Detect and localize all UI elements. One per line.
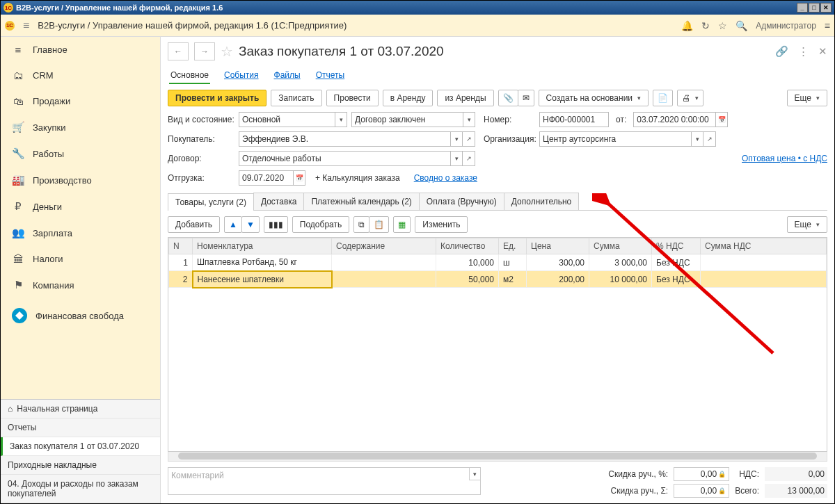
sidebar-item-salary[interactable]: 👥Зарплата bbox=[1, 220, 160, 246]
minimize-button[interactable]: _ bbox=[797, 3, 808, 13]
add-row-button[interactable]: Добавить bbox=[168, 216, 220, 233]
open-window-invoices[interactable]: Приходные накладные bbox=[1, 456, 160, 475]
print-button[interactable]: 🖨 bbox=[677, 90, 703, 106]
disc-sum-input[interactable]: 0,00🔒 bbox=[674, 484, 729, 498]
kind-dropdown-button[interactable]: ▾ bbox=[335, 112, 347, 127]
sidebar-item-purchases[interactable]: 🛒Закупки bbox=[1, 114, 160, 140]
grid-tab-delivery[interactable]: Доставка bbox=[253, 193, 305, 210]
col-vatsum[interactable]: Сумма НДС bbox=[701, 238, 827, 254]
grid-tab-additional[interactable]: Дополнительно bbox=[504, 193, 579, 210]
nav-back-button[interactable]: ← bbox=[168, 42, 189, 60]
post-and-close-button[interactable]: Провести и закрыть bbox=[168, 90, 267, 106]
sidebar-item-finfreedom[interactable]: Финансовая свобода bbox=[1, 301, 160, 330]
sidebar-item-main[interactable]: ≡Главное bbox=[1, 37, 160, 63]
contract-dropdown-button[interactable]: ▾ bbox=[450, 151, 463, 166]
sidebar-item-sales[interactable]: 🛍Продажи bbox=[1, 88, 160, 114]
col-sum[interactable]: Сумма bbox=[589, 238, 652, 254]
disc-pct-input[interactable]: 0,00🔒 bbox=[674, 467, 729, 481]
history-icon[interactable]: ↻ bbox=[701, 20, 710, 31]
barcode-button[interactable]: ▮▮▮ bbox=[264, 216, 288, 233]
ship-date-input[interactable]: 09.07.2020 bbox=[239, 170, 293, 186]
col-content[interactable]: Содержание bbox=[332, 238, 436, 254]
grid-tab-payment-cal[interactable]: Платежный календарь (2) bbox=[303, 193, 419, 210]
move-up-button[interactable]: ▲ bbox=[224, 216, 242, 233]
close-window-button[interactable]: ✕ bbox=[820, 3, 832, 13]
open-window-reports[interactable]: Отчеты bbox=[1, 418, 160, 437]
user-label[interactable]: Администратор bbox=[756, 21, 816, 31]
sidebar-item-works[interactable]: 🔧Работы bbox=[1, 140, 160, 167]
copy-button[interactable]: ⧉ bbox=[353, 216, 369, 233]
kind-input[interactable]: Основной bbox=[239, 112, 335, 127]
number-input[interactable]: НФ00-000001 bbox=[539, 112, 609, 127]
subtab-main[interactable]: Основное bbox=[169, 67, 210, 84]
comment-input[interactable]: Комментарий ▾ bbox=[168, 467, 481, 495]
more-button[interactable]: Еще bbox=[787, 90, 827, 106]
date-calendar-button[interactable]: 📅 bbox=[715, 112, 728, 127]
open-window-home[interactable]: ⌂Начальная страница bbox=[1, 400, 160, 418]
sidebar-item-money[interactable]: ₽Деньги bbox=[1, 193, 160, 220]
move-down-button[interactable]: ▼ bbox=[241, 216, 260, 233]
search-icon[interactable]: 🔍 bbox=[735, 20, 747, 31]
sidebar-item-company[interactable]: ⚑Компания bbox=[1, 272, 160, 298]
more-icon[interactable]: ⋮ bbox=[798, 45, 809, 58]
grid-settings-button[interactable]: ▦ bbox=[393, 216, 411, 233]
table-row[interactable]: 2 Нанесение шпатлевки 50,000 м2 200,00 1… bbox=[169, 271, 827, 288]
paste-button[interactable]: 📋 bbox=[369, 216, 389, 233]
grid-tab-items[interactable]: Товары, услуги (2) bbox=[168, 193, 254, 211]
buyer-dropdown-button[interactable]: ▾ bbox=[450, 131, 463, 147]
col-vat[interactable]: % НДС bbox=[652, 238, 701, 254]
attach-button[interactable]: 📎 bbox=[498, 90, 518, 106]
save-button[interactable]: Записать bbox=[271, 90, 321, 106]
contract-open-button[interactable]: ↗ bbox=[463, 151, 475, 166]
link-icon[interactable]: 🔗 bbox=[775, 45, 788, 58]
items-grid[interactable]: N Номенклатура Содержание Количество Ед.… bbox=[168, 237, 827, 452]
col-item[interactable]: Номенклатура bbox=[193, 238, 332, 254]
report-button[interactable]: 📄 bbox=[653, 90, 673, 106]
to-rent-button[interactable]: в Аренду bbox=[383, 90, 434, 106]
grid-tab-payment-manual[interactable]: Оплата (Вручную) bbox=[419, 193, 504, 210]
contract-input[interactable]: Отделочные работы bbox=[239, 151, 450, 166]
org-dropdown-button[interactable]: ▾ bbox=[691, 131, 703, 147]
org-input[interactable]: Центр аутсорсинга bbox=[539, 131, 691, 147]
maximize-button[interactable]: □ bbox=[809, 3, 820, 13]
menu-icon[interactable]: ≡ bbox=[20, 19, 32, 32]
org-open-button[interactable]: ↗ bbox=[703, 131, 716, 147]
col-unit[interactable]: Ед. bbox=[499, 238, 527, 254]
pick-button[interactable]: Подобрать bbox=[292, 216, 349, 233]
grid-horizontal-scrollbar[interactable] bbox=[168, 452, 827, 462]
price-link[interactable]: Оптовая цена • с НДС bbox=[742, 154, 827, 163]
col-qty[interactable]: Количество bbox=[436, 238, 499, 254]
col-price[interactable]: Цена bbox=[527, 238, 589, 254]
grid-more-button[interactable]: Еще bbox=[787, 216, 827, 233]
sidebar-item-crm[interactable]: 🗂CRM bbox=[1, 63, 160, 88]
post-button[interactable]: Провести bbox=[326, 90, 379, 106]
open-window-report04[interactable]: 04. Доходы и расходы по заказам покупате… bbox=[1, 475, 160, 503]
date-input[interactable]: 03.07.2020 0:00:00 bbox=[633, 112, 715, 127]
comment-dropdown-button[interactable]: ▾ bbox=[469, 468, 480, 480]
bell-icon[interactable]: 🔔 bbox=[681, 20, 693, 31]
create-based-on-button[interactable]: Создать на основании bbox=[539, 90, 649, 106]
table-row[interactable]: 1 Шпатлевка Ротбанд, 50 кг 10,000 ш 300,… bbox=[169, 254, 827, 271]
star-icon[interactable]: ☆ bbox=[718, 20, 727, 31]
mail-button[interactable]: ✉ bbox=[518, 90, 534, 106]
from-rent-button[interactable]: из Аренды bbox=[437, 90, 493, 106]
ship-calendar-button[interactable]: 📅 bbox=[293, 170, 305, 186]
col-n[interactable]: N bbox=[169, 238, 193, 254]
subtab-reports[interactable]: Отчеты bbox=[315, 67, 346, 84]
state-dropdown-button[interactable]: ▾ bbox=[463, 112, 475, 127]
subtab-files[interactable]: Файлы bbox=[273, 67, 302, 84]
nav-forward-button[interactable]: → bbox=[194, 42, 215, 60]
settings-icon[interactable]: ≡ bbox=[825, 20, 830, 31]
sidebar-item-taxes[interactable]: 🏛Налоги bbox=[1, 246, 160, 272]
subtab-events[interactable]: События bbox=[223, 67, 260, 84]
calc-label[interactable]: + Калькуляция заказа bbox=[315, 173, 400, 183]
favorite-toggle[interactable]: ☆ bbox=[221, 43, 233, 60]
close-doc-button[interactable]: ✕ bbox=[818, 45, 827, 58]
buyer-input[interactable]: Эффендиев Э.В. bbox=[239, 131, 450, 147]
state-input[interactable]: Договор заключен bbox=[351, 112, 463, 127]
edit-button[interactable]: Изменить bbox=[415, 216, 468, 233]
order-summary-link[interactable]: Сводно о заказе bbox=[414, 173, 477, 183]
buyer-open-button[interactable]: ↗ bbox=[463, 131, 475, 147]
open-window-order[interactable]: Заказ покупателя 1 от 03.07.2020 bbox=[1, 437, 160, 456]
sidebar-item-production[interactable]: 🏭Производство bbox=[1, 167, 160, 193]
